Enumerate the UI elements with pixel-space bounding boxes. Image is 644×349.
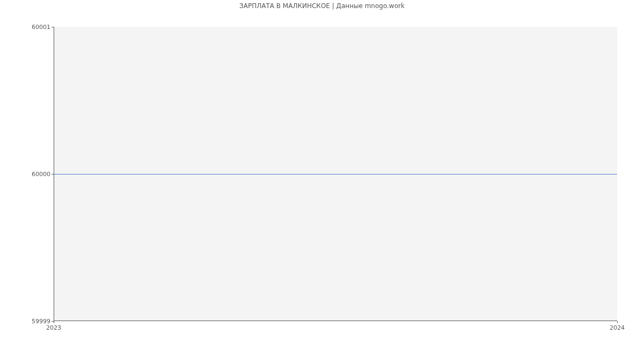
- y-tick-label: 59999: [2, 318, 50, 325]
- chart-title: ЗАРПЛАТА В МАЛКИНСКОЕ | Данные mnogo.wor…: [0, 2, 644, 10]
- x-tick-mark: [54, 321, 54, 323]
- series-line: [54, 174, 617, 174]
- y-tick-label: 60000: [2, 171, 50, 178]
- y-tick-label: 60001: [2, 24, 50, 31]
- x-tick-mark: [617, 321, 618, 323]
- plot-area: [54, 27, 617, 321]
- line-chart: ЗАРПЛАТА В МАЛКИНСКОЕ | Данные mnogo.wor…: [0, 0, 644, 333]
- x-tick-label: 2024: [610, 324, 625, 331]
- x-tick-label: 2023: [46, 324, 61, 331]
